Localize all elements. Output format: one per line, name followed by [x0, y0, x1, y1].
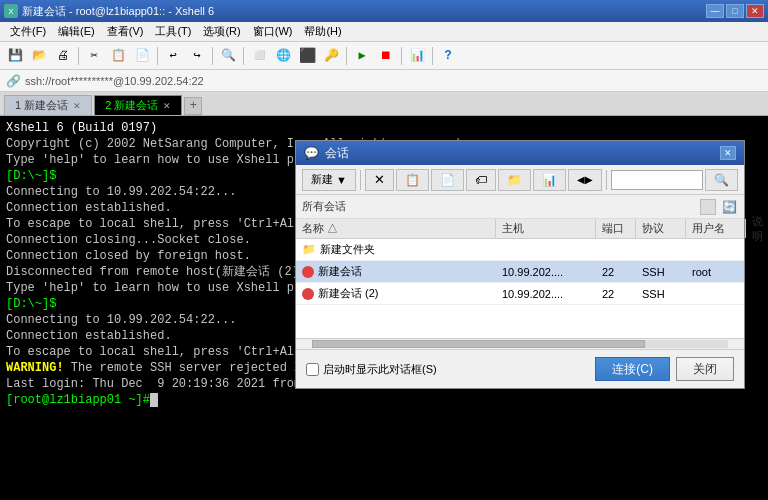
window-title: 新建会话 - root@lz1biapp01:: - Xshell 6: [22, 4, 706, 19]
close-button[interactable]: ✕: [746, 4, 764, 18]
sep5: [346, 47, 347, 65]
dialog-search-area: [611, 170, 703, 190]
tab-1-label: 1 新建会话: [15, 98, 68, 113]
horizontal-scrollbar[interactable]: [296, 340, 744, 350]
menu-view[interactable]: 查看(V): [101, 22, 150, 41]
menu-bar: 文件(F) 编辑(E) 查看(V) 工具(T) 选项(R) 窗口(W) 帮助(H…: [0, 22, 768, 42]
scroll-thumb[interactable]: [312, 340, 645, 348]
address-icon: 🔗: [6, 74, 21, 88]
dialog-delete-btn[interactable]: ✕: [365, 169, 394, 191]
folder-row[interactable]: 📁 新建文件夹: [296, 239, 744, 261]
dialog-filter-bar: 所有会话 🔄: [296, 195, 744, 219]
startup-checkbox-label: 启动时显示此对话框(S): [323, 362, 437, 377]
dialog-nav-btn[interactable]: ◀▶: [568, 169, 602, 191]
close-dialog-button[interactable]: 关闭: [676, 357, 734, 381]
session-btn[interactable]: ⬜: [248, 45, 270, 67]
new-tab-button[interactable]: +: [184, 97, 202, 115]
session-2-status-icon: [302, 288, 314, 300]
stats-btn[interactable]: 📊: [406, 45, 428, 67]
dialog-sort-btn[interactable]: 📊: [533, 169, 566, 191]
redo-btn[interactable]: ↪: [186, 45, 208, 67]
col-header-protocol[interactable]: 协议: [636, 219, 686, 238]
dialog-sep2: [606, 170, 607, 190]
tab-1-close[interactable]: ✕: [73, 101, 81, 111]
new-btn-label: 新建: [311, 172, 333, 187]
dialog-search-input[interactable]: [611, 170, 703, 190]
sep6: [401, 47, 402, 65]
menu-file[interactable]: 文件(F): [4, 22, 52, 41]
search-btn[interactable]: 🔍: [217, 45, 239, 67]
startup-checkbox[interactable]: [306, 363, 319, 376]
folder-name: 新建文件夹: [320, 242, 375, 257]
menu-edit[interactable]: 编辑(E): [52, 22, 101, 41]
sep4: [243, 47, 244, 65]
col-header-user[interactable]: 用户名: [686, 219, 746, 238]
scroll-track: [312, 340, 728, 348]
view-toggle-btn[interactable]: [700, 199, 716, 215]
dialog-sep1: [360, 170, 361, 190]
refresh-btn[interactable]: 🔄: [720, 198, 738, 216]
dialog-folder-btn[interactable]: 📁: [498, 169, 531, 191]
session-row-1[interactable]: 新建会话 10.99.202.... 22 SSH root: [296, 261, 744, 283]
session-row-2[interactable]: 新建会话 (2) 10.99.202.... 22 SSH: [296, 283, 744, 305]
dialog-toolbar: 新建 ▼ ✕ 📋 📄 🏷 📁 📊 ◀▶ 🔍: [296, 165, 744, 195]
sep1: [78, 47, 79, 65]
help-btn[interactable]: ?: [437, 45, 459, 67]
network-btn[interactable]: 🌐: [272, 45, 294, 67]
maximize-button[interactable]: □: [726, 4, 744, 18]
session-table-header: 名称 △ 主机 端口 协议 用户名 说明: [296, 219, 744, 239]
dialog-properties-btn[interactable]: 🏷: [466, 169, 496, 191]
session-dialog: 💬 会话 ✕ 新建 ▼ ✕ 📋 📄 🏷 📁 📊 ◀▶ 🔍: [295, 140, 745, 389]
play-btn[interactable]: ▶: [351, 45, 373, 67]
dialog-footer: 启动时显示此对话框(S) 连接(C) 关闭: [296, 350, 744, 388]
key-btn[interactable]: 🔑: [320, 45, 342, 67]
tab-2[interactable]: 2 新建会话 ✕: [94, 95, 182, 115]
dialog-close-btn[interactable]: ✕: [720, 146, 736, 160]
undo-btn[interactable]: ↩: [162, 45, 184, 67]
window-controls[interactable]: — □ ✕: [706, 4, 764, 18]
print-btn[interactable]: 🖨: [52, 45, 74, 67]
cut-btn[interactable]: ✂: [83, 45, 105, 67]
menu-help[interactable]: 帮助(H): [298, 22, 347, 41]
new-session-toolbar-btn[interactable]: 💾: [4, 45, 26, 67]
term-line-1: Xshell 6 (Build 0197): [6, 120, 762, 136]
sep3: [212, 47, 213, 65]
col-header-desc[interactable]: 说明: [746, 219, 768, 238]
dialog-new-btn[interactable]: 新建 ▼: [302, 169, 356, 191]
session-2-host: 10.99.202....: [496, 288, 596, 300]
folder-icon: 📁: [302, 243, 316, 256]
session-2-port: 22: [596, 288, 636, 300]
menu-tools[interactable]: 工具(T): [149, 22, 197, 41]
connect-button[interactable]: 连接(C): [595, 357, 670, 381]
dialog-title-text: 会话: [325, 145, 720, 162]
session-1-port: 22: [596, 266, 636, 278]
copy-btn[interactable]: 📋: [107, 45, 129, 67]
tab-bar: 1 新建会话 ✕ 2 新建会话 ✕ +: [0, 92, 768, 116]
dialog-title-bar: 💬 会话 ✕: [296, 141, 744, 165]
tab-1[interactable]: 1 新建会话 ✕: [4, 95, 92, 115]
menu-options[interactable]: 选项(R): [197, 22, 246, 41]
folder-cell: 📁 新建文件夹: [296, 242, 496, 257]
open-btn[interactable]: 📂: [28, 45, 50, 67]
dialog-paste-btn[interactable]: 📄: [431, 169, 464, 191]
dialog-copy-btn[interactable]: 📋: [396, 169, 429, 191]
col-header-name[interactable]: 名称 △: [296, 219, 496, 238]
col-header-host[interactable]: 主机: [496, 219, 596, 238]
menu-window[interactable]: 窗口(W): [247, 22, 299, 41]
paste-btn[interactable]: 📄: [131, 45, 153, 67]
dialog-search-icon-btn[interactable]: 🔍: [705, 169, 738, 191]
main-toolbar: 💾 📂 🖨 ✂ 📋 📄 ↩ ↪ 🔍 ⬜ 🌐 ⬛ 🔑 ▶ ⏹ 📊 ?: [0, 42, 768, 70]
address-bar: 🔗 ssh://root**********@10.99.202.54:22: [0, 70, 768, 92]
stop-btn[interactable]: ⏹: [375, 45, 397, 67]
dialog-title-icon: 💬: [304, 146, 319, 160]
session-1-name: 新建会话: [296, 264, 496, 279]
session-1-host: 10.99.202....: [496, 266, 596, 278]
session-1-user: root: [686, 266, 746, 278]
dialog-action-buttons: 连接(C) 关闭: [595, 357, 734, 381]
terminal-btn[interactable]: ⬛: [296, 45, 318, 67]
col-header-port[interactable]: 端口: [596, 219, 636, 238]
session-1-status-icon: [302, 266, 314, 278]
startup-checkbox-area: 启动时显示此对话框(S): [306, 362, 437, 377]
tab-2-close[interactable]: ✕: [163, 101, 171, 111]
minimize-button[interactable]: —: [706, 4, 724, 18]
